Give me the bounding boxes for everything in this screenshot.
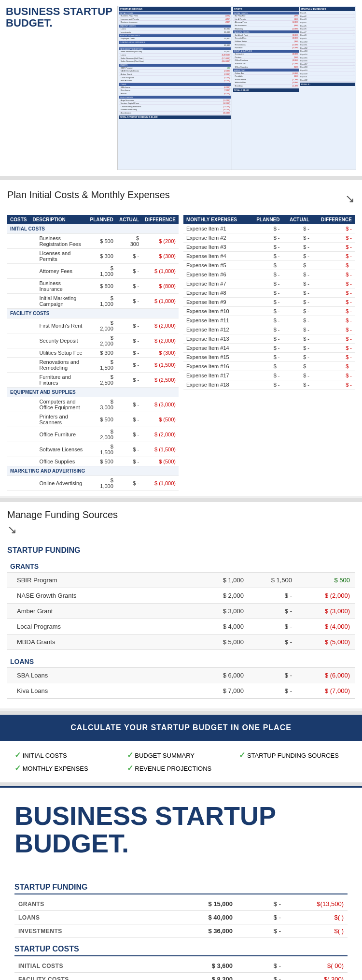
funding-table: GRANTS SBIR Program $ 1,000 $ 1,500 $ 50… bbox=[7, 558, 355, 699]
table-row: MBDA Grants $ 5,000 $ - $ (5,000) bbox=[7, 634, 355, 650]
startup-costs-table: INITIAL COSTS $ 3,600 $ - $( 00) FACILIT… bbox=[14, 959, 348, 980]
monthly-col3: ACTUAL bbox=[283, 215, 313, 224]
main-title-line2: BUDGET. bbox=[14, 829, 129, 858]
table-row: Kiva Loans $ 7,000 $ - $ (7,000) bbox=[7, 683, 355, 699]
check-icon-revenue: ✓ bbox=[127, 764, 133, 772]
table-row: First Month's Rent $ 2,000 $ - $ (2,000) bbox=[7, 318, 179, 333]
table-row: Initial Marketing Campaign $ 1,000 $ - $… bbox=[7, 294, 179, 309]
table-row: Expense Item #1 $ - $ - $ - bbox=[183, 224, 355, 233]
startup-costs-category: STARTUP COSTS bbox=[14, 945, 348, 956]
costs-table: COSTS DESCRIPTION PLANNED ACTUAL DIFFERE… bbox=[7, 215, 179, 491]
startup-funding-table: GRANTS $ 15,000 $ - $(13,500) LOANS $ 40… bbox=[14, 897, 348, 938]
table-row: INVESTMENTS $ 36,000 $ - $( ) bbox=[14, 924, 348, 938]
monthly-col4: DIFFERENCE bbox=[312, 215, 355, 224]
check-icon-monthly: ✓ bbox=[14, 764, 21, 772]
banner-text: CALCULATE YOUR STARTUP BUDGET IN ONE PLA… bbox=[70, 723, 292, 732]
main-title: BUSINESS STARTUP BUDGET. bbox=[14, 802, 348, 857]
table-row: Expense Item #7 $ - $ - $ - bbox=[183, 279, 355, 288]
check-icon-funding: ✓ bbox=[239, 751, 245, 759]
table-row: Office Furniture $ 2,000 $ - $ (2,000) bbox=[7, 427, 179, 442]
monthly-expenses-table-container: MONTHLY EXPENSES PLANNED ACTUAL DIFFEREN… bbox=[183, 215, 355, 491]
divider4 bbox=[0, 782, 362, 786]
dark-banner: CALCULATE YOUR STARTUP BUDGET IN ONE PLA… bbox=[0, 715, 362, 741]
table-row: Online Advertising $ 1,000 $ - $ (1,000) bbox=[7, 476, 179, 491]
feature-label-initial: INITIAL COSTS bbox=[23, 752, 67, 759]
check-icon-initial: ✓ bbox=[14, 751, 21, 759]
table-row: Attorney Fees $ 1,000 $ - $ (1,000) bbox=[7, 264, 179, 279]
table-row: Expense Item #5 $ - $ - $ - bbox=[183, 261, 355, 270]
table-row: Expense Item #8 $ - $ - $ - bbox=[183, 288, 355, 298]
table-row: Expense Item #13 $ - $ - $ - bbox=[183, 334, 355, 344]
table-row: Expense Item #9 $ - $ - $ - bbox=[183, 298, 355, 307]
table-row: INITIAL COSTS $ 3,600 $ - $( 00) bbox=[14, 959, 348, 973]
col-description: DESCRIPTION bbox=[29, 215, 86, 224]
table-row: SBIR Program $ 1,000 $ 1,500 $ 500 bbox=[7, 573, 355, 588]
equipment-costs-header-row: EQUIPMENT AND SUPPLIES bbox=[7, 388, 179, 397]
table-row: Security Deposit $ 2,000 $ - $ (2,000) bbox=[7, 333, 179, 348]
feature-item-monthly: ✓ MONTHLY EXPENSES bbox=[14, 764, 123, 773]
table-row: FACILITY COSTS $ 8,300 $ - $( 300) bbox=[14, 973, 348, 980]
check-icon-budget: ✓ bbox=[127, 751, 133, 759]
divider2 bbox=[0, 498, 362, 502]
col-difference: DIFFERENCE bbox=[142, 215, 179, 224]
grants-category-row: GRANTS bbox=[7, 558, 355, 573]
startup-funding-category: STARTUP FUNDING bbox=[14, 883, 348, 894]
table-row: Expense Item #18 $ - $ - $ - bbox=[183, 380, 355, 389]
col-planned: PLANNED bbox=[87, 215, 116, 224]
table-row: Expense Item #14 $ - $ - $ - bbox=[183, 344, 355, 353]
transition-costs-text: Plan Initial Costs & Monthly Expenses bbox=[7, 189, 345, 201]
table-row: Printers and Scanners $ 500 $ - $ (500) bbox=[7, 412, 179, 427]
table-row: Office Supplies $ 500 $ - $ (500) bbox=[7, 457, 179, 466]
table-row: Local Programs $ 4,000 $ - $ (4,000) bbox=[7, 619, 355, 634]
transition-funding-text: Manage Funding Sources bbox=[7, 509, 355, 520]
feature-item-revenue: ✓ REVENUE PROJECTIONS bbox=[127, 764, 236, 773]
feature-label-monthly: MONTHLY EXPENSES bbox=[23, 765, 88, 772]
transition-costs: Plan Initial Costs & Monthly Expenses ↘ bbox=[0, 180, 362, 210]
initial-costs-header-row: INITIAL COSTS bbox=[7, 224, 179, 234]
table-row: Expense Item #10 $ - $ - $ - bbox=[183, 307, 355, 316]
table-row: Expense Item #4 $ - $ - $ - bbox=[183, 252, 355, 261]
initial-costs-table-container: COSTS DESCRIPTION PLANNED ACTUAL DIFFERE… bbox=[7, 215, 179, 491]
main-title-line1: BUSINESS STARTUP bbox=[14, 801, 276, 830]
funding-title: STARTUP FUNDING bbox=[7, 546, 355, 555]
monthly-col2: PLANNED bbox=[249, 215, 283, 224]
costs-section: COSTS DESCRIPTION PLANNED ACTUAL DIFFERE… bbox=[0, 210, 362, 496]
table-row: Software Licenses $ 1,500 $ - $ (1,500) bbox=[7, 442, 179, 457]
table-row: GRANTS $ 15,000 $ - $(13,500) bbox=[14, 897, 348, 911]
table-row: Furniture and Fixtures $ 2,500 $ - $ (2,… bbox=[7, 373, 179, 388]
feature-label-funding: STARTUP FUNDING SOURCES bbox=[247, 752, 339, 759]
table-row: Renovations and Remodeling $ 1,500 $ - $… bbox=[7, 358, 179, 373]
main-title-section: BUSINESS STARTUP BUDGET. bbox=[0, 786, 362, 876]
table-row: NASE Growth Grants $ 2,000 $ - $ (2,000) bbox=[7, 588, 355, 604]
transition-funding: Manage Funding Sources ↘ bbox=[0, 502, 362, 541]
feature-label-revenue: REVENUE PROJECTIONS bbox=[135, 765, 211, 772]
table-row: Expense Item #3 $ - $ - $ - bbox=[183, 243, 355, 252]
table-row: Expense Item #11 $ - $ - $ - bbox=[183, 316, 355, 325]
summary-section: STARTUP FUNDING GRANTS $ 15,000 $ - $(13… bbox=[0, 876, 362, 980]
funding-section: STARTUP FUNDING GRANTS SBIR Program $ 1,… bbox=[0, 541, 362, 708]
table-row: Expense Item #12 $ - $ - $ - bbox=[183, 325, 355, 334]
table-row: Expense Item #16 $ - $ - $ - bbox=[183, 362, 355, 371]
divider3 bbox=[0, 711, 362, 715]
table-row: Business Registration Fees $ 500 $ 300 $… bbox=[7, 234, 179, 249]
table-row: Expense Item #2 $ - $ - $ - bbox=[183, 233, 355, 243]
feature-item-funding: ✓ STARTUP FUNDING SOURCES bbox=[239, 750, 348, 760]
features-section: ✓ INITIAL COSTS ✓ BUDGET SUMMARY ✓ START… bbox=[0, 741, 362, 782]
col-costs: COSTS bbox=[7, 215, 29, 224]
col-actual: ACTUAL bbox=[116, 215, 142, 224]
table-row: SBA Loans $ 6,000 $ - $ (6,000) bbox=[7, 668, 355, 683]
facility-costs-header-row: FACILITY COSTS bbox=[7, 309, 179, 318]
arrow-right-icon-2: ↘ bbox=[7, 523, 355, 536]
divider1 bbox=[0, 176, 362, 180]
spreadsheet-overview: BUSINESS STARTUP BUDGET. STARTUP FUNDING… bbox=[0, 0, 362, 176]
arrow-right-icon: ↘ bbox=[345, 192, 355, 205]
table-row: Business Insurance $ 800 $ - $ (800) bbox=[7, 279, 179, 294]
main-content-section: BUSINESS STARTUP BUDGET. STARTUP FUNDING… bbox=[0, 786, 362, 980]
marketing-header-row: MARKETING AND ADVERTISING bbox=[7, 466, 179, 476]
spreadsheet-mini-preview: STARTUP FUNDING INITIAL COSTS Business R… bbox=[117, 6, 356, 170]
feature-item-initial: ✓ INITIAL COSTS bbox=[14, 750, 123, 760]
monthly-table: MONTHLY EXPENSES PLANNED ACTUAL DIFFEREN… bbox=[183, 215, 355, 389]
table-row: Utilities Setup Fee $ 300 $ - $ (300) bbox=[7, 348, 179, 358]
table-row: Expense Item #17 $ - $ - $ - bbox=[183, 371, 355, 380]
table-row: Licenses and Permits $ 300 $ - $ (300) bbox=[7, 249, 179, 264]
